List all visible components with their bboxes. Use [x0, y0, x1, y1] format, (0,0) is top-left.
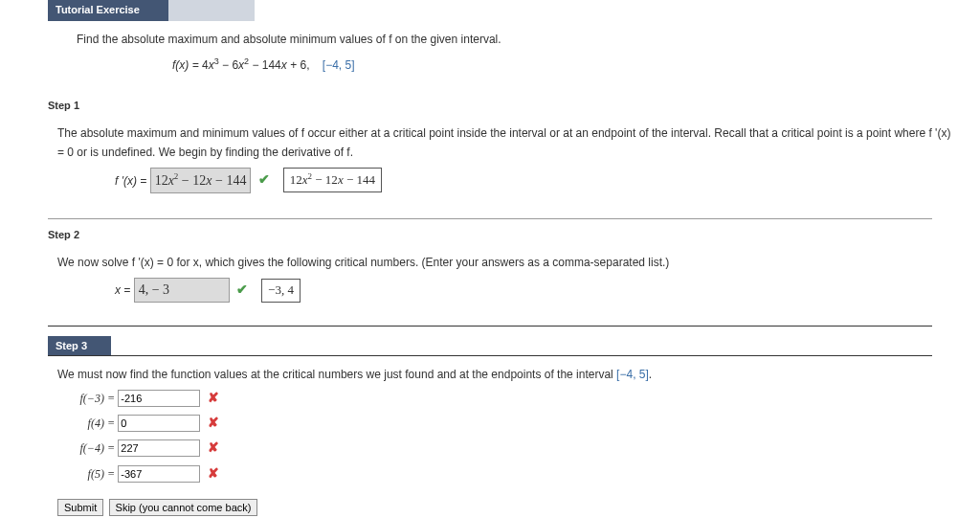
derivative-confirm-box: 12x2 − 12x − 144 — [283, 168, 382, 192]
f-5-input[interactable] — [118, 465, 200, 483]
step3-text: We must now find the function values at … — [57, 366, 951, 384]
problem-prompt: Find the absolute maximum and absolute m… — [77, 31, 951, 49]
step2-text: We now solve f '(x) = 0 for x, which giv… — [57, 254, 951, 272]
derivative-label: f '(x) = — [115, 173, 150, 187]
f-4-input[interactable] — [118, 415, 200, 432]
f-5-label: f(5) = — [57, 465, 115, 484]
submit-button[interactable]: Submit — [57, 499, 103, 516]
step1-text: The absolute maximum and minimum values … — [57, 124, 951, 161]
step1-title: Step 1 — [48, 90, 980, 115]
check-icon: ✔ — [255, 171, 274, 187]
step2-title: Step 2 — [48, 219, 980, 244]
cross-icon: ✘ — [204, 415, 223, 430]
header-spacer — [168, 0, 255, 21]
cross-icon: ✘ — [204, 465, 223, 481]
cross-icon: ✘ — [204, 439, 223, 455]
step3-tab: Step 3 — [48, 336, 111, 355]
x-answer-box: 4, − 3 — [134, 278, 230, 303]
divider — [48, 326, 932, 327]
f-neg4-label: f(−4) = — [57, 439, 115, 458]
cross-icon: ✘ — [204, 390, 223, 405]
skip-button[interactable]: Skip (you cannot come back) — [109, 499, 258, 516]
f-neg3-input[interactable] — [118, 390, 200, 407]
tutorial-exercise-tab: Tutorial Exercise — [48, 0, 168, 21]
f-4-label: f(4) = — [57, 415, 115, 433]
f-neg3-label: f(−3) = — [57, 390, 115, 408]
f-neg4-input[interactable] — [118, 439, 200, 457]
problem-formula: f(x) = 4x3 − 6x2 − 144x + 6, [−4, 5] — [77, 49, 951, 80]
x-confirm-box: −3, 4 — [261, 279, 301, 303]
check-icon: ✔ — [233, 282, 252, 297]
derivative-answer-box: 12x2 − 12x − 144 — [150, 168, 252, 193]
x-label: x = — [115, 283, 134, 297]
